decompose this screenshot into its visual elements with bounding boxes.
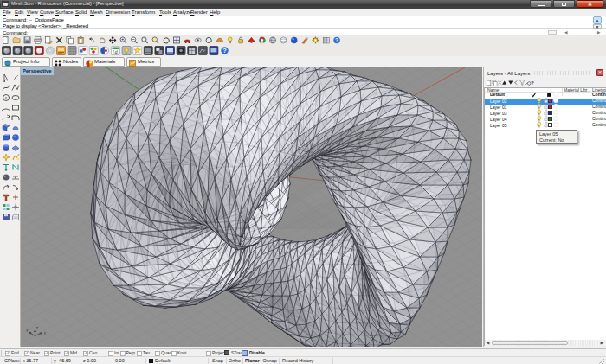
- svg-text:f.d.: f.d.: [113, 49, 119, 54]
- svg-text:y: y: [26, 327, 29, 332]
- svg-text:?: ?: [222, 47, 227, 54]
- svg-text:?: ?: [531, 80, 534, 86]
- svg-text:z: z: [36, 325, 39, 330]
- svg-text:?: ?: [335, 37, 338, 43]
- svg-text:x: x: [44, 330, 47, 335]
